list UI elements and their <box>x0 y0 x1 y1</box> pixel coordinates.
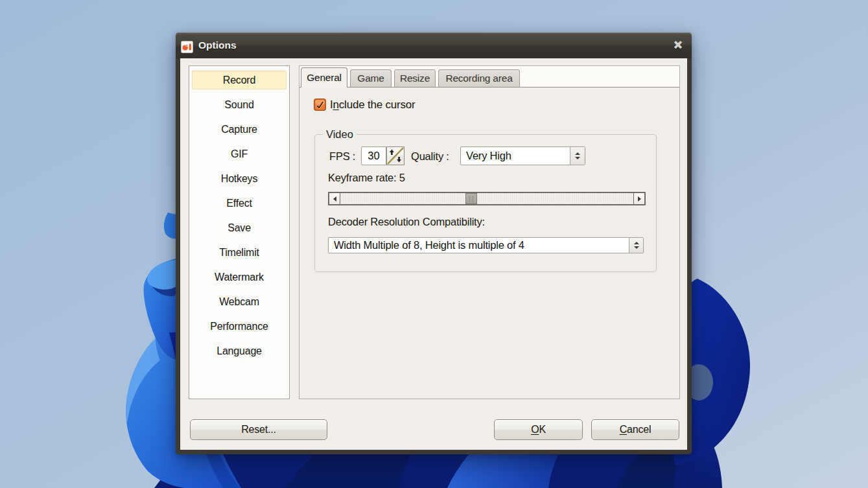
label-mnemonic: n <box>333 99 339 111</box>
cancel-mnemonic: C <box>620 424 627 435</box>
keyframe-slider[interactable] <box>328 192 646 205</box>
up-arrow-icon <box>575 152 580 155</box>
slider-left-button[interactable] <box>329 193 340 204</box>
sidebar-item-watermark[interactable]: Watermark <box>192 268 287 286</box>
label-rest: clude the cursor <box>339 99 416 111</box>
fps-input[interactable]: 30 <box>361 146 386 165</box>
category-list: Record Sound Capture GIF Hotkeys Effect … <box>189 65 290 399</box>
window-title: Options <box>198 32 237 58</box>
up-arrow-icon <box>634 242 639 244</box>
ok-mnemonic: O <box>531 424 539 435</box>
decoder-select[interactable]: Width Multiple of 8, Height is multiple … <box>328 237 644 253</box>
sidebar-item-record[interactable]: Record <box>192 71 287 89</box>
titlebar[interactable]: Options ✕ <box>176 32 692 58</box>
sidebar-item-performance[interactable]: Performance <box>192 317 287 336</box>
dialog-content: Record Sound Capture GIF Hotkeys Effect … <box>180 58 687 450</box>
tab-panel-general: Include the cursor Video FPS : 30 Qualit… <box>299 87 679 399</box>
sidebar-item-webcam[interactable]: Webcam <box>192 292 287 311</box>
slider-right-button[interactable] <box>633 193 644 204</box>
keyframe-slider-track[interactable] <box>340 193 633 204</box>
app-icon <box>181 41 193 53</box>
sidebar-item-hotkeys[interactable]: Hotkeys <box>192 169 287 188</box>
cancel-button[interactable]: Cancel <box>591 419 679 440</box>
keyframe-rate-label: Keyframe rate: 5 <box>328 172 405 184</box>
fps-label: FPS : <box>329 150 355 163</box>
include-cursor-label[interactable]: Include the cursor <box>330 98 416 111</box>
tab-resize[interactable]: Resize <box>394 69 436 87</box>
sidebar-item-language[interactable]: Language <box>192 342 287 360</box>
down-arrow-icon <box>575 157 580 159</box>
quality-label: Quality : <box>411 150 449 163</box>
left-arrow-icon <box>333 196 336 202</box>
cancel-rest: ancel <box>627 424 651 435</box>
include-cursor-checkbox[interactable] <box>314 99 326 111</box>
sidebar-item-effect[interactable]: Effect <box>192 194 287 213</box>
sidebar-item-sound[interactable]: Sound <box>192 95 287 114</box>
sidebar-item-gif[interactable]: GIF <box>192 145 287 163</box>
fps-spinner[interactable] <box>386 146 405 165</box>
ok-rest: K <box>539 424 545 435</box>
close-button[interactable]: ✕ <box>671 38 685 52</box>
tab-game[interactable]: Game <box>350 69 392 87</box>
tab-control: General Game Resize Recording area Inclu… <box>299 65 680 399</box>
reset-button[interactable]: Reset... <box>190 419 327 440</box>
sidebar-item-capture[interactable]: Capture <box>192 120 287 139</box>
tab-recording-area[interactable]: Recording area <box>438 69 520 87</box>
keyframe-slider-thumb[interactable] <box>465 193 477 204</box>
decoder-label: Decoder Resolution Compatibility: <box>328 216 485 228</box>
decoder-select-arrows-icon[interactable] <box>629 238 643 253</box>
options-dialog: Options ✕ Record Sound Capture GIF Hotke… <box>176 32 692 454</box>
video-groupbox: Video FPS : 30 Quality : Very High <box>314 134 657 272</box>
sidebar-item-save[interactable]: Save <box>192 218 287 237</box>
down-arrow-icon <box>634 246 639 249</box>
ok-button[interactable]: OK <box>494 419 583 440</box>
right-arrow-icon <box>638 196 641 202</box>
tab-general[interactable]: General <box>301 67 347 87</box>
quality-select-arrows-icon[interactable] <box>570 147 585 165</box>
video-group-title: Video <box>323 128 357 141</box>
sidebar-item-timelimit[interactable]: Timelimit <box>192 243 287 262</box>
quality-select[interactable]: Very High <box>460 146 585 165</box>
